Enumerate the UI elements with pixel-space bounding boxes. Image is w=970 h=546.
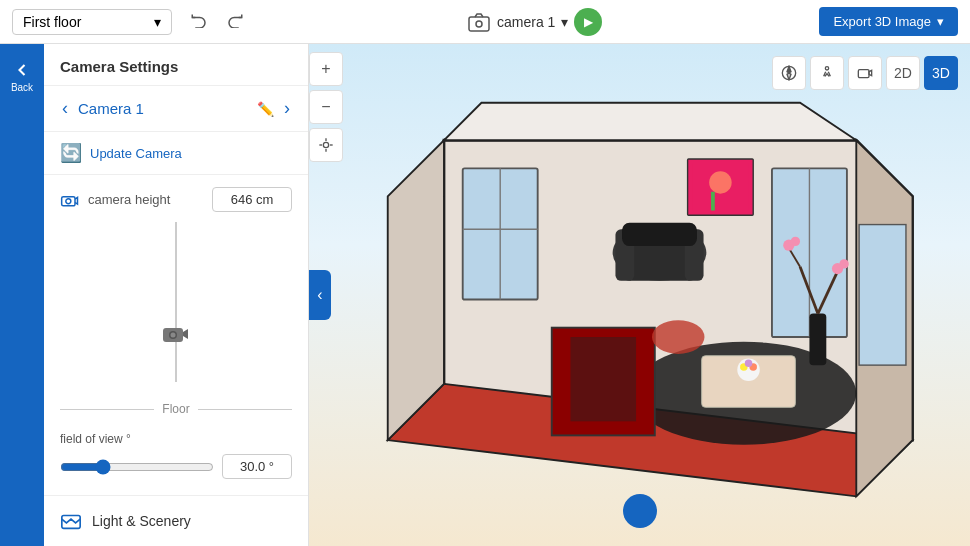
svg-rect-37	[622, 223, 697, 246]
walk-icon	[819, 65, 835, 81]
svg-marker-14	[787, 66, 791, 73]
update-camera-row[interactable]: 🔄 Update Camera	[44, 132, 308, 175]
camera-icon	[467, 10, 491, 34]
svg-rect-46	[809, 314, 826, 366]
camera-next-button[interactable]: ›	[282, 96, 292, 121]
camera-nav-row: ‹ Camera 1 ✏️ ›	[44, 86, 308, 132]
svg-rect-27	[859, 225, 906, 366]
fov-slider[interactable]	[60, 459, 214, 475]
locate-icon	[318, 137, 334, 153]
floor-line-left	[60, 409, 154, 410]
main-area: Back Camera Settings ‹ Camera 1 ✏️ › 🔄 U…	[0, 44, 970, 546]
walk-view-button[interactable]	[810, 56, 844, 90]
camera-thumb[interactable]	[161, 322, 191, 352]
camera-settings-panel: Camera Settings ‹ Camera 1 ✏️ › 🔄 Update…	[44, 44, 309, 546]
light-scenery-label: Light & Scenery	[92, 513, 191, 529]
3d-viewer: + −	[309, 44, 970, 546]
camera-mode-icon	[857, 65, 873, 81]
export-button[interactable]: Export 3D Image ▾	[819, 7, 958, 36]
fov-label: field of view °	[60, 432, 131, 446]
floor-label-row: Floor	[44, 402, 308, 424]
update-camera-icon: 🔄	[60, 142, 82, 164]
svg-point-43	[745, 360, 752, 367]
zoom-out-button[interactable]: −	[309, 90, 343, 124]
camera-prev-button[interactable]: ‹	[60, 96, 70, 121]
viewer-left-toolbar: + −	[309, 44, 343, 170]
svg-point-31	[709, 171, 731, 193]
vertical-slider-track	[175, 222, 177, 382]
room-3d-view	[369, 84, 950, 515]
svg-point-54	[652, 320, 704, 354]
camera-selector: camera 1 ▾ ▶	[467, 8, 602, 36]
compass-icon	[781, 65, 797, 81]
svg-point-8	[323, 142, 328, 147]
floor-line-right	[198, 409, 292, 410]
camera-height-slider-container	[44, 218, 308, 402]
floor-label: First floor	[23, 14, 81, 30]
svg-rect-17	[858, 70, 869, 78]
camera-thumb-icon	[161, 322, 191, 348]
topbar: First floor ▾ camera 1 ▾ ▶ Export 3D Ima…	[0, 0, 970, 44]
back-button[interactable]: Back	[7, 52, 37, 101]
undo-redo-group	[184, 6, 250, 37]
svg-marker-15	[787, 73, 791, 80]
camera-edit-icon[interactable]: ✏️	[257, 101, 274, 117]
camera-height-input[interactable]	[212, 187, 292, 212]
collapse-panel-button[interactable]: ‹	[309, 270, 331, 320]
back-arrow-icon	[12, 60, 32, 80]
svg-point-53	[839, 259, 848, 268]
camera-height-label: camera height	[88, 192, 204, 207]
svg-point-16	[825, 67, 828, 70]
undo-button[interactable]	[184, 6, 214, 37]
svg-rect-0	[469, 17, 489, 31]
locate-button[interactable]	[309, 128, 343, 162]
floor-selector[interactable]: First floor ▾	[12, 9, 172, 35]
redo-button[interactable]	[220, 6, 250, 37]
camera-height-row: camera height	[44, 175, 308, 218]
play-button[interactable]: ▶	[574, 8, 602, 36]
fov-slider-row	[44, 450, 308, 495]
chevron-down-icon: ▾	[154, 14, 161, 30]
camera-view-button[interactable]	[848, 56, 882, 90]
compass-view-button[interactable]	[772, 56, 806, 90]
svg-rect-32	[711, 192, 715, 211]
camera-nav-title: Camera 1	[78, 100, 249, 117]
update-camera-label: Update Camera	[90, 146, 182, 161]
3d-button[interactable]: 3D	[924, 56, 958, 90]
svg-marker-28	[444, 103, 856, 140]
zoom-in-button[interactable]: +	[309, 52, 343, 86]
svg-point-6	[171, 333, 176, 338]
camera-name: camera 1	[497, 14, 555, 30]
camera-height-icon	[60, 192, 80, 208]
camera-dropdown-icon[interactable]: ▾	[561, 14, 568, 30]
floor-label: Floor	[162, 402, 189, 416]
svg-point-3	[66, 198, 71, 203]
camera-settings-title: Camera Settings	[44, 44, 308, 86]
svg-rect-45	[570, 337, 636, 421]
viewer-right-toolbar: 2D 3D	[772, 56, 958, 90]
light-scenery-row[interactable]: Light & Scenery	[44, 495, 308, 546]
svg-point-1	[476, 21, 482, 27]
fov-label-row: field of view °	[44, 424, 308, 450]
blue-indicator[interactable]	[623, 494, 657, 528]
light-scenery-icon	[60, 510, 82, 532]
svg-point-51	[791, 237, 800, 246]
2d-button[interactable]: 2D	[886, 56, 920, 90]
left-sidebar: Back	[0, 44, 44, 546]
export-chevron-icon: ▾	[937, 14, 944, 29]
fov-input[interactable]	[222, 454, 292, 479]
